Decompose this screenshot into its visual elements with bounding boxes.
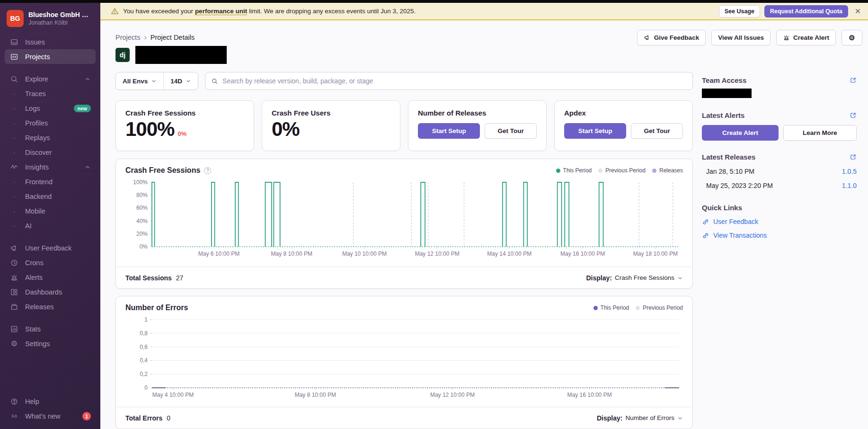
svg-text:May 10 10:00 PM: May 10 10:00 PM: [342, 250, 387, 257]
sidebar-item-whats-new[interactable]: What's new 1: [5, 409, 96, 423]
release-row: Jan 28, 5:10 PM 1.0.5: [702, 168, 857, 175]
close-icon[interactable]: [854, 8, 861, 15]
help-icon[interactable]: ?: [204, 167, 211, 174]
display-selector[interactable]: Display: Number of Errors: [597, 414, 683, 422]
legend-dot: [598, 169, 602, 173]
performance-unit-link[interactable]: performance unit: [195, 8, 247, 15]
start-setup-button[interactable]: Start Setup: [564, 123, 626, 139]
create-alert-button[interactable]: Create Alert: [702, 125, 779, 141]
sidebar-item-stats[interactable]: Stats: [5, 322, 96, 336]
sidebar-item-frontend[interactable]: ·Frontend: [5, 174, 96, 189]
search-input[interactable]: [222, 77, 687, 85]
number-of-releases-card: Number of Releases Start Setup Get Tour: [408, 100, 547, 151]
learn-more-button[interactable]: Learn More: [783, 125, 857, 141]
release-version-link[interactable]: 1.0.5: [842, 168, 857, 175]
sidebar-item-help[interactable]: Help: [5, 394, 96, 409]
svg-text:40%: 40%: [136, 218, 148, 224]
sidebar-item-ai[interactable]: ·AI: [5, 218, 96, 233]
quick-link-view-transactions[interactable]: View Transactions: [702, 232, 857, 239]
org-switcher[interactable]: BG Blueshoe GmbH … Jonathan Kölbl: [0, 3, 100, 31]
legend-this-period[interactable]: This Period: [556, 167, 592, 174]
sidebar-item-backend[interactable]: ·Backend: [5, 189, 96, 204]
svg-text:May 14 10:00 PM: May 14 10:00 PM: [487, 250, 531, 257]
issues-icon: [9, 38, 19, 46]
latest-alerts-heading: Latest Alerts: [702, 111, 744, 119]
megaphone-icon: [9, 244, 19, 252]
legend-previous-period[interactable]: Previous Period: [636, 304, 683, 311]
sidebar-item-insights[interactable]: Insights: [5, 160, 96, 174]
legend-previous-period[interactable]: Previous Period: [598, 167, 646, 174]
sidebar-item-crons[interactable]: Crons: [5, 255, 96, 270]
sidebar-bottom: Help What's new 1: [0, 394, 100, 423]
sidebar-item-traces[interactable]: ·Traces: [5, 86, 96, 101]
svg-text:May 8 10:00 PM: May 8 10:00 PM: [295, 392, 336, 398]
sidebar-item-releases[interactable]: Releases: [5, 299, 96, 314]
sidebar-item-logs[interactable]: ·Logsnew: [5, 101, 96, 116]
redacted-team-name[interactable]: [702, 89, 752, 98]
svg-text:May 6 10:00 PM: May 6 10:00 PM: [198, 250, 239, 257]
project-settings-button[interactable]: ⚙: [841, 30, 862, 45]
breadcrumb-projects[interactable]: Projects: [115, 34, 140, 41]
sidebar-item-settings[interactable]: ⚙ Settings: [5, 336, 96, 351]
warning-icon: [111, 7, 119, 15]
svg-text:0,4: 0,4: [140, 357, 148, 364]
search-icon: [9, 75, 19, 83]
external-link-icon[interactable]: [850, 153, 857, 161]
quick-link-user-feedback[interactable]: User Feedback: [702, 218, 857, 225]
svg-text:20%: 20%: [136, 231, 148, 237]
latest-releases-heading: Latest Releases: [702, 153, 755, 161]
breadcrumb-separator: ›: [144, 33, 146, 42]
chevron-down-icon: [186, 78, 191, 84]
sidebar-nav: Issues Projects Explore ·Traces ·Logsnew…: [0, 35, 100, 351]
sidebar-item-dashboards[interactable]: Dashboards: [5, 285, 96, 299]
external-link-icon[interactable]: [850, 77, 857, 84]
release-date: May 25, 2023 2:20 PM: [706, 182, 773, 189]
date-range-selector[interactable]: 14D: [164, 72, 198, 89]
legend-this-period[interactable]: This Period: [593, 304, 629, 311]
legend-dot: [593, 306, 598, 310]
sidebar-item-alerts[interactable]: Alerts: [5, 270, 96, 285]
environment-selector[interactable]: All Envs: [116, 72, 163, 89]
see-usage-button[interactable]: See Usage: [719, 5, 760, 18]
org-avatar: BG: [7, 10, 24, 27]
request-quota-button[interactable]: Request Additional Quota: [764, 5, 848, 18]
chart-title: Number of Errors: [125, 304, 188, 312]
link-icon: [702, 232, 709, 239]
new-badge: new: [74, 105, 91, 112]
sidebar-item-issues[interactable]: Issues: [5, 35, 96, 49]
total-value: 27: [176, 274, 184, 282]
total-value: 0: [167, 414, 170, 422]
sidebar-item-replays[interactable]: ·Replays: [5, 130, 96, 145]
siren-icon: [9, 273, 19, 282]
external-link-icon[interactable]: [850, 112, 857, 119]
give-feedback-button[interactable]: Give Feedback: [637, 30, 706, 45]
view-all-issues-button[interactable]: View All Issues: [711, 30, 771, 45]
svg-text:May 18 10:00 PM: May 18 10:00 PM: [633, 250, 678, 257]
project-info-panel: Team Access Latest Alerts Create Alert L…: [702, 76, 857, 239]
sidebar-item-user-feedback[interactable]: User Feedback: [5, 241, 96, 255]
sidebar-item-projects[interactable]: Projects: [5, 49, 96, 64]
django-platform-icon: dj: [115, 48, 130, 62]
create-alert-button[interactable]: Create Alert: [776, 30, 836, 45]
legend-dot: [652, 169, 656, 173]
siren-icon: [783, 34, 790, 41]
sidebar-item-profiles[interactable]: ·Profiles: [5, 116, 96, 130]
svg-text:60%: 60%: [136, 205, 148, 211]
bar-chart-icon: [9, 325, 19, 333]
gear-icon: ⚙: [849, 34, 855, 41]
number-of-errors-chart-card: Number of Errors This Period Previous Pe…: [115, 296, 693, 429]
display-selector[interactable]: Display: Crash Free Sessions: [586, 274, 683, 282]
chevron-up-icon: [84, 164, 91, 170]
sidebar-item-discover[interactable]: ·Discover: [5, 145, 96, 160]
legend-releases[interactable]: Releases: [652, 167, 683, 174]
sidebar-item-explore[interactable]: Explore: [5, 72, 96, 86]
get-tour-button[interactable]: Get Tour: [485, 123, 537, 139]
legend-dot: [636, 306, 640, 310]
release-version-link[interactable]: 1.1.0: [842, 182, 857, 189]
sidebar-item-mobile[interactable]: ·Mobile: [5, 204, 96, 218]
start-setup-button[interactable]: Start Setup: [418, 123, 480, 139]
get-tour-button[interactable]: Get Tour: [631, 123, 683, 139]
crash-free-sessions-plot[interactable]: 100%80%60%40%20%0%May 6 10:00 PMMay 8 10…: [125, 178, 683, 263]
number-of-errors-plot[interactable]: 10,80,60,40,20May 4 10:00 PMMay 8 10:00 …: [125, 315, 683, 404]
card-title: Crash Free Users: [272, 109, 390, 117]
